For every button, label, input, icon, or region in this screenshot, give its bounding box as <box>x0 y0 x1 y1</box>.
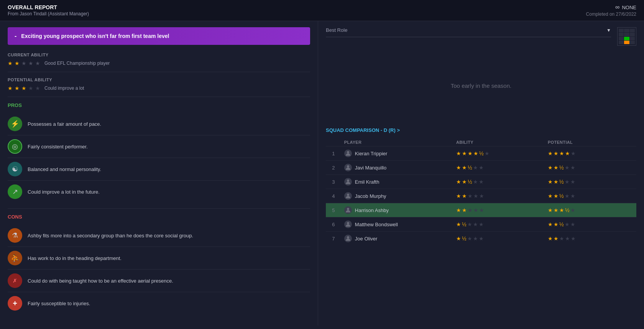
player-name: Kieran Trippier <box>355 151 388 156</box>
trait-text: Has work to do in the heading department… <box>28 255 122 261</box>
future-icon: ↗ <box>8 184 22 199</box>
list-item: + Fairly susceptible to injuries. <box>8 292 310 314</box>
injury-icon: + <box>8 296 22 311</box>
too-early-message: Too early in the season. <box>326 52 636 127</box>
potential-ability-desc: Could improve a lot <box>44 86 84 91</box>
heading-icon: ⛹ <box>8 251 22 265</box>
pitch-cell <box>624 33 629 36</box>
star-half: ½ <box>468 164 472 171</box>
list-item: ⛹ Has work to do in the heading departme… <box>8 247 310 270</box>
left-panel: - Exciting young prospect who isn't far … <box>0 21 318 326</box>
star-full: ★ <box>548 179 553 185</box>
potential-stars: ★★★★★ <box>545 232 636 246</box>
player-name: Matthew Bondswell <box>355 222 398 227</box>
player-avatar <box>344 178 352 186</box>
list-item: ⚗ Ashby fits more into a secondary group… <box>8 224 310 247</box>
svg-point-1 <box>347 165 349 168</box>
rank-cell: 7 <box>326 232 341 246</box>
star-full: ★ <box>473 150 478 156</box>
ability-stars: ★★½★★ <box>453 161 545 175</box>
player-cell: Jacob Murphy <box>341 189 453 203</box>
table-row: 5 Harrison Ashby ★★★★★ ★★★½★ <box>326 203 636 217</box>
star-full: ★ <box>456 179 461 185</box>
aerial-icon: ✗ <box>8 273 22 288</box>
player-name: Emil Krafth <box>355 179 380 185</box>
squad-comparison-title[interactable]: SQUAD COMPARISON - D (R) > <box>326 127 400 133</box>
svg-point-6 <box>347 236 349 239</box>
star-full: ★ <box>462 150 467 156</box>
current-ability-stars: ★ ★ ★ ★ ★ Good EFL Championship player <box>8 60 310 66</box>
star-full: ★ <box>548 235 553 242</box>
role-dropdown-arrow[interactable]: ▼ <box>606 28 611 33</box>
player-avatar <box>344 150 352 157</box>
star-half: ½ <box>559 221 564 227</box>
rank-cell: 2 <box>326 161 341 175</box>
player-cell: Kieran Trippier <box>341 146 453 161</box>
player-name: Harrison Ashby <box>355 207 389 213</box>
star-full: ★ <box>548 221 553 227</box>
star-2: ★ <box>15 60 21 66</box>
rank-cell: 6 <box>326 217 341 232</box>
trait-text: Balanced and normal personality. <box>28 166 101 172</box>
table-header-row: PLAYER ABILITY POTENTIAL <box>326 138 636 146</box>
star-empty: ★ <box>467 221 472 227</box>
star-empty: ★ <box>570 221 575 227</box>
header: OVERALL REPORT From Jason Tindall (Assis… <box>0 0 644 21</box>
col-potential: POTENTIAL <box>545 138 636 146</box>
svg-point-3 <box>347 194 349 196</box>
star-half: ½ <box>559 179 564 185</box>
player-name: Javi Manquillo <box>355 165 386 171</box>
star-full: ★ <box>565 150 570 156</box>
table-row: 7 Joe Oliver ★½★★★ ★★★★★ <box>326 232 636 246</box>
star-half: ½ <box>479 150 484 156</box>
personality-icon: ☯ <box>8 162 22 176</box>
star-empty: ★ <box>467 235 472 242</box>
svg-point-5 <box>347 222 349 224</box>
header-right: ∞ NONE Completed on 27/6/2022 <box>586 4 636 17</box>
star-full: ★ <box>554 179 559 185</box>
potential-stars: ★★½★★ <box>545 161 636 175</box>
star-full: ★ <box>548 150 553 156</box>
banner-text: Exciting young prospect who isn't far fr… <box>21 33 169 39</box>
star-full: ★ <box>462 207 467 213</box>
player-cell: Emil Krafth <box>341 175 453 189</box>
star-half: ½ <box>559 164 564 171</box>
star-full: ★ <box>554 207 559 213</box>
trait-text: Possesses a fair amount of pace. <box>28 121 101 127</box>
pitch-cell <box>619 33 624 36</box>
table-row: 2 Javi Manquillo ★★½★★ ★★½★★ <box>326 161 636 175</box>
star-empty: ★ <box>468 207 473 213</box>
pot-star-1: ★ <box>8 85 14 91</box>
report-title: OVERALL REPORT <box>8 4 89 10</box>
potential-stars: ★★½★★ <box>545 217 636 232</box>
star-empty: ★ <box>473 207 478 213</box>
star-empty: ★ <box>473 164 478 171</box>
squad-comparison-header: SQUAD COMPARISON - D (R) > <box>326 127 636 133</box>
star-empty: ★ <box>473 235 478 242</box>
consistent-icon: ◎ <box>8 139 22 154</box>
star-empty: ★ <box>479 193 484 199</box>
current-ability-desc: Good EFL Championship player <box>44 61 110 66</box>
star-half: ½ <box>565 207 570 213</box>
pot-star-2: ★ <box>15 85 21 91</box>
ability-stars: ★★★★½★ <box>453 146 545 161</box>
pot-star-4: ★ <box>28 85 34 91</box>
table-row: 1 Kieran Trippier ★★★★½★ ★★★★★ <box>326 146 636 161</box>
trait-text: Ashby fits more into a secondary group t… <box>28 233 193 239</box>
star-empty: ★ <box>565 221 570 227</box>
role-selector-container: Best Role ▼ <box>326 27 611 43</box>
pot-star-3: ★ <box>21 85 28 91</box>
star-empty: ★ <box>479 207 484 213</box>
star-empty: ★ <box>570 207 575 213</box>
table-row: 3 Emil Krafth ★★½★★ ★★½★★ <box>326 175 636 189</box>
role-selector[interactable]: Best Role ▼ <box>326 27 611 37</box>
main-layout: - Exciting young prospect who isn't far … <box>0 21 644 326</box>
star-empty: ★ <box>479 221 484 227</box>
star-empty: ★ <box>479 179 484 185</box>
star-full: ★ <box>548 164 553 171</box>
trait-text: Fairly susceptible to injuries. <box>28 301 90 306</box>
infinity-icon: ∞ <box>615 4 619 11</box>
star-empty: ★ <box>485 150 490 156</box>
potential-stars: ★★½★★ <box>545 175 636 189</box>
potential-stars: ★★½★★ <box>545 189 636 203</box>
